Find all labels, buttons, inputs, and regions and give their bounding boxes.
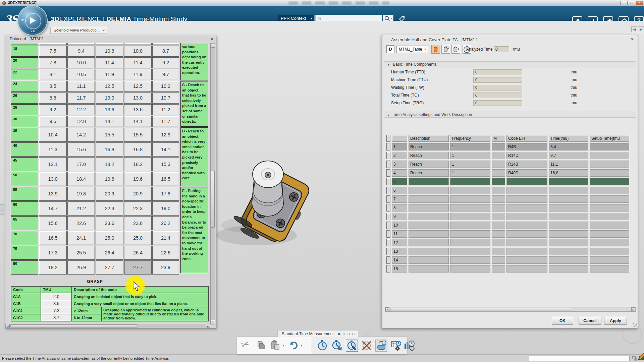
- motion-cell-setup[interactable]: [590, 178, 629, 185]
- motion-cell-setup[interactable]: [590, 265, 629, 273]
- motion-cell-setup[interactable]: [590, 187, 629, 194]
- motion-cell-frequency[interactable]: 1: [450, 169, 490, 177]
- reach-time-cell[interactable]: 16.8: [124, 142, 152, 157]
- reach-time-cell[interactable]: 22.6: [152, 246, 179, 260]
- reach-time-cell[interactable]: 14.1: [124, 116, 152, 127]
- motion-cell-m[interactable]: [492, 222, 505, 229]
- motion-cell-time[interactable]: 3,4: [549, 143, 588, 150]
- reach-time-cell[interactable]: 16.8: [96, 142, 123, 157]
- row-handle[interactable]: [386, 265, 390, 273]
- motion-cell-time[interactable]: [549, 256, 588, 264]
- row-number-cell[interactable]: 2: [392, 152, 407, 159]
- reach-time-cell[interactable]: 18.2: [124, 157, 152, 171]
- insert-time-analysis-button[interactable]: [331, 340, 343, 352]
- motion-cell-code[interactable]: R40D: [506, 169, 547, 177]
- page-dots[interactable]: [338, 333, 355, 335]
- motion-cell-frequency[interactable]: 1: [450, 152, 490, 159]
- reach-time-cell[interactable]: 17.0: [67, 157, 95, 171]
- row-number-cell[interactable]: 9: [392, 213, 407, 220]
- motion-cell-frequency[interactable]: [450, 230, 490, 238]
- reach-time-cell[interactable]: 8.1: [39, 69, 67, 80]
- reach-time-cell[interactable]: 23.6: [96, 216, 123, 230]
- page-dot[interactable]: [338, 333, 340, 335]
- motion-cell-frequency[interactable]: [450, 187, 490, 194]
- motion-cell-m[interactable]: [492, 143, 505, 150]
- time-field-value[interactable]: 0: [473, 77, 522, 83]
- reach-time-cell[interactable]: 9.4: [67, 46, 95, 57]
- motion-cell-setup[interactable]: [590, 248, 629, 255]
- grasp-code-cell[interactable]: G1B: [11, 300, 41, 307]
- reach-time-cell[interactable]: 13.6: [124, 104, 152, 115]
- motion-table-row[interactable]: 1Reach1R4B3,4: [386, 143, 629, 150]
- reach-time-cell[interactable]: 11.1: [67, 81, 95, 92]
- cut-button[interactable]: ✂: [240, 340, 253, 352]
- motion-cell-code[interactable]: R4B: [506, 143, 547, 150]
- reach-time-cell[interactable]: 11.2: [152, 104, 179, 115]
- row-handle[interactable]: [386, 222, 390, 229]
- ok-button[interactable]: OK: [552, 317, 573, 325]
- reach-time-cell[interactable]: 23.6: [124, 216, 152, 230]
- motion-column-header[interactable]: Frequency: [450, 135, 490, 142]
- motion-cell-setup[interactable]: [590, 204, 629, 212]
- reach-time-cell[interactable]: 15.6: [67, 142, 95, 157]
- reach-time-cell[interactable]: 12.8: [67, 116, 95, 127]
- reach-time-cell[interactable]: 11.4: [96, 57, 123, 68]
- datacard-icon[interactable]: D: [386, 45, 394, 53]
- motion-table-row[interactable]: 7: [386, 195, 629, 203]
- reach-time-cell[interactable]: 12.9: [152, 128, 179, 142]
- motion-cell-setup[interactable]: [590, 152, 629, 159]
- nav-forward-button[interactable]: ▶: [638, 26, 644, 32]
- row-number-cell[interactable]: 15: [392, 265, 407, 273]
- motion-table-row[interactable]: 2Reach1R14D9,7: [386, 152, 629, 159]
- motion-cell-code[interactable]: [506, 204, 547, 212]
- delete-time-analysis-button[interactable]: [361, 340, 373, 352]
- motion-cell-time[interactable]: [549, 178, 588, 185]
- motion-cell-setup[interactable]: [590, 143, 629, 150]
- motion-table-row[interactable]: 14: [386, 256, 629, 264]
- reach-time-cell[interactable]: 22.3: [96, 201, 123, 216]
- scrollbar-thumb[interactable]: [211, 171, 215, 228]
- motion-cell-description[interactable]: Reach: [409, 161, 449, 168]
- reach-time-cell[interactable]: 14.1: [96, 116, 123, 127]
- paste-button[interactable]: ▼: [269, 340, 281, 352]
- maximize-button[interactable]: ▢: [628, 1, 635, 5]
- motion-cell-description[interactable]: [409, 178, 449, 185]
- motion-cell-code[interactable]: [506, 187, 547, 194]
- reach-time-cell[interactable]: 8.7: [152, 46, 179, 57]
- new-time-analysis-button[interactable]: [316, 340, 328, 352]
- page-dot[interactable]: [347, 333, 350, 335]
- motion-cell-time[interactable]: 16,8: [549, 169, 588, 177]
- reach-time-cell[interactable]: 9.5: [39, 116, 67, 127]
- edit-time-analysis-button[interactable]: [346, 340, 358, 352]
- motion-cell-time[interactable]: [549, 239, 588, 246]
- motion-cell-frequency[interactable]: [450, 239, 490, 246]
- motion-cell-time[interactable]: [549, 222, 588, 229]
- reach-time-cell[interactable]: 12.2: [67, 104, 95, 115]
- motion-cell-frequency[interactable]: [450, 213, 490, 220]
- motion-column-header[interactable]: Setup Time(tmu: [590, 135, 629, 142]
- reach-time-cell[interactable]: 13.0: [39, 172, 67, 186]
- reach-time-cell[interactable]: 26.4: [96, 246, 123, 260]
- motion-cell-description[interactable]: Reach: [409, 143, 449, 150]
- analyzed-time-value[interactable]: 0: [494, 46, 509, 52]
- scroll-left-icon[interactable]: ◀: [6, 324, 10, 328]
- reach-time-cell[interactable]: 20.9: [124, 187, 152, 201]
- apply-button[interactable]: Apply: [604, 317, 627, 325]
- motion-cell-code[interactable]: [506, 248, 547, 255]
- dropdown-arrow-icon[interactable]: ▼: [282, 344, 285, 347]
- reach-time-cell[interactable]: 13.9: [39, 187, 67, 201]
- motion-cell-code[interactable]: R14D: [506, 152, 547, 159]
- motion-cell-description[interactable]: [409, 222, 449, 229]
- motion-cell-m[interactable]: [492, 161, 505, 168]
- reach-time-cell[interactable]: 15.5: [96, 128, 123, 142]
- grasp-code-cell[interactable]: G1C1: [11, 307, 41, 314]
- motion-table-row[interactable]: 9: [386, 213, 629, 220]
- reach-time-cell[interactable]: 14.2: [67, 128, 95, 142]
- motion-cell-time[interactable]: [549, 265, 588, 273]
- row-handle[interactable]: [386, 187, 390, 194]
- reach-time-cell[interactable]: 21.2: [67, 201, 95, 216]
- reach-time-cell[interactable]: 10.5: [67, 69, 95, 80]
- motion-cell-code[interactable]: [506, 239, 547, 246]
- motion-cell-time[interactable]: [549, 187, 588, 194]
- motion-table-row[interactable]: 3Reach1R24B11,1: [386, 161, 629, 168]
